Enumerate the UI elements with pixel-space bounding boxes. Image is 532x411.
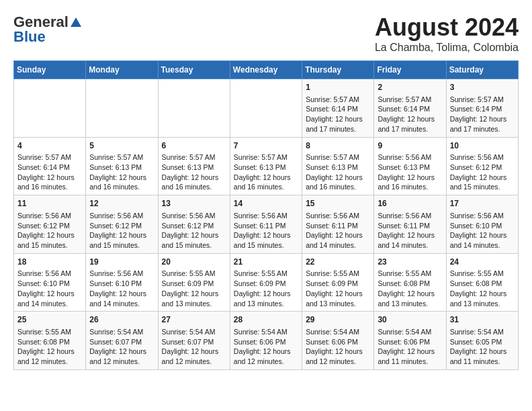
- day-detail: Sunset: 6:12 PM: [162, 221, 226, 231]
- day-detail: Sunrise: 5:57 AM: [450, 95, 515, 105]
- day-number: 19: [89, 257, 154, 268]
- day-detail: Sunrise: 5:56 AM: [450, 152, 515, 163]
- day-detail: Sunset: 6:11 PM: [234, 221, 298, 231]
- day-number: 29: [306, 314, 370, 326]
- day-detail: Sunset: 6:13 PM: [162, 163, 226, 173]
- day-detail: Sunset: 6:08 PM: [378, 279, 442, 289]
- day-detail: Sunrise: 5:54 AM: [89, 327, 154, 337]
- day-detail: Daylight: 12 hours: [378, 173, 442, 183]
- day-detail: Daylight: 12 hours: [17, 173, 82, 183]
- day-number: 17: [450, 198, 515, 210]
- day-detail: and 13 minutes.: [450, 299, 515, 309]
- day-detail: Daylight: 12 hours: [234, 289, 298, 299]
- day-detail: Sunrise: 5:55 AM: [234, 269, 298, 279]
- day-detail: and 14 minutes.: [378, 240, 442, 250]
- calendar-cell: 6Sunrise: 5:57 AMSunset: 6:13 PMDaylight…: [158, 137, 230, 195]
- location-subtitle: La Chamba, Tolima, Colombia: [375, 42, 519, 54]
- day-detail: and 12 minutes.: [17, 357, 82, 367]
- calendar-cell: [86, 79, 158, 138]
- day-number: 13: [162, 198, 226, 210]
- day-detail: Daylight: 12 hours: [234, 230, 298, 240]
- weekday-header-sunday: Sunday: [14, 61, 86, 79]
- calendar-cell: 7Sunrise: 5:57 AMSunset: 6:13 PMDaylight…: [230, 137, 302, 195]
- day-number: 31: [450, 314, 515, 326]
- day-detail: Daylight: 12 hours: [17, 230, 82, 240]
- day-detail: and 14 minutes.: [306, 240, 370, 250]
- day-detail: Sunrise: 5:54 AM: [234, 327, 298, 337]
- day-detail: Sunrise: 5:55 AM: [17, 327, 82, 337]
- day-detail: Sunrise: 5:55 AM: [306, 269, 370, 279]
- calendar-cell: 27Sunrise: 5:54 AMSunset: 6:07 PMDayligh…: [158, 312, 230, 370]
- calendar-week-row: 18Sunrise: 5:56 AMSunset: 6:10 PMDayligh…: [14, 253, 519, 312]
- day-detail: Daylight: 12 hours: [450, 230, 515, 240]
- day-detail: Sunrise: 5:56 AM: [378, 211, 442, 221]
- weekday-header-friday: Friday: [374, 61, 446, 79]
- calendar-cell: 22Sunrise: 5:55 AMSunset: 6:09 PMDayligh…: [302, 253, 374, 312]
- calendar-cell: 4Sunrise: 5:57 AMSunset: 6:14 PMDaylight…: [14, 137, 86, 195]
- day-number: 12: [89, 198, 154, 210]
- day-detail: Sunset: 6:07 PM: [162, 337, 226, 347]
- weekday-header-tuesday: Tuesday: [158, 61, 230, 79]
- day-number: 6: [162, 140, 226, 152]
- day-detail: Daylight: 12 hours: [89, 289, 154, 299]
- day-detail: Sunset: 6:08 PM: [450, 279, 515, 289]
- calendar-cell: 29Sunrise: 5:54 AMSunset: 6:06 PMDayligh…: [302, 312, 374, 370]
- day-detail: Sunset: 6:14 PM: [17, 163, 82, 173]
- day-detail: and 15 minutes.: [17, 240, 82, 250]
- calendar-cell: 26Sunrise: 5:54 AMSunset: 6:07 PMDayligh…: [86, 312, 158, 370]
- day-detail: and 16 minutes.: [234, 182, 298, 192]
- day-detail: Sunrise: 5:57 AM: [234, 152, 298, 163]
- calendar-cell: 16Sunrise: 5:56 AMSunset: 6:11 PMDayligh…: [374, 195, 446, 254]
- calendar-cell: 17Sunrise: 5:56 AMSunset: 6:10 PMDayligh…: [446, 195, 518, 254]
- calendar-cell: 10Sunrise: 5:56 AMSunset: 6:12 PMDayligh…: [446, 137, 518, 195]
- calendar-cell: 28Sunrise: 5:54 AMSunset: 6:06 PMDayligh…: [230, 312, 302, 370]
- day-detail: and 12 minutes.: [162, 357, 226, 367]
- day-detail: Sunset: 6:14 PM: [378, 104, 442, 114]
- calendar-cell: 19Sunrise: 5:56 AMSunset: 6:10 PMDayligh…: [86, 253, 158, 312]
- day-detail: Sunset: 6:10 PM: [17, 279, 82, 289]
- day-detail: and 15 minutes.: [162, 240, 226, 250]
- day-detail: and 13 minutes.: [162, 299, 226, 309]
- day-detail: Sunset: 6:10 PM: [450, 221, 515, 231]
- day-detail: Sunrise: 5:54 AM: [306, 327, 370, 337]
- calendar-cell: 8Sunrise: 5:57 AMSunset: 6:13 PMDaylight…: [302, 137, 374, 195]
- calendar-week-row: 4Sunrise: 5:57 AMSunset: 6:14 PMDaylight…: [14, 137, 519, 195]
- day-detail: Sunset: 6:11 PM: [306, 221, 370, 231]
- calendar-week-row: 1Sunrise: 5:57 AMSunset: 6:14 PMDaylight…: [14, 79, 519, 138]
- weekday-header-wednesday: Wednesday: [230, 61, 302, 79]
- day-detail: Daylight: 12 hours: [234, 173, 298, 183]
- day-detail: and 12 minutes.: [234, 357, 298, 367]
- day-detail: and 11 minutes.: [450, 357, 515, 367]
- day-detail: and 12 minutes.: [89, 357, 154, 367]
- day-detail: Sunset: 6:09 PM: [234, 279, 298, 289]
- day-detail: and 16 minutes.: [17, 182, 82, 192]
- day-detail: and 11 minutes.: [378, 357, 442, 367]
- day-number: 2: [378, 82, 442, 93]
- day-detail: and 16 minutes.: [162, 182, 226, 192]
- day-detail: Daylight: 12 hours: [162, 289, 226, 299]
- calendar-cell: 20Sunrise: 5:55 AMSunset: 6:09 PMDayligh…: [158, 253, 230, 312]
- day-number: 15: [306, 198, 370, 210]
- calendar-cell: 25Sunrise: 5:55 AMSunset: 6:08 PMDayligh…: [14, 312, 86, 370]
- day-detail: Daylight: 12 hours: [450, 289, 515, 299]
- day-detail: Sunrise: 5:57 AM: [306, 152, 370, 163]
- svg-marker-0: [71, 17, 81, 27]
- calendar-cell: [230, 79, 302, 138]
- logo-icon: [70, 16, 82, 28]
- day-number: 26: [89, 314, 154, 326]
- day-detail: Sunset: 6:12 PM: [17, 221, 82, 231]
- calendar-cell: 23Sunrise: 5:55 AMSunset: 6:08 PMDayligh…: [374, 253, 446, 312]
- month-year-title: August 2024: [375, 13, 519, 42]
- day-number: 27: [162, 314, 226, 326]
- day-detail: Sunset: 6:05 PM: [450, 337, 515, 347]
- day-detail: Daylight: 12 hours: [450, 347, 515, 357]
- day-detail: and 13 minutes.: [306, 299, 370, 309]
- day-detail: Daylight: 12 hours: [162, 173, 226, 183]
- day-detail: Sunrise: 5:56 AM: [89, 211, 154, 221]
- day-number: 11: [17, 198, 82, 210]
- day-number: 28: [234, 314, 298, 326]
- calendar-cell: 5Sunrise: 5:57 AMSunset: 6:13 PMDaylight…: [86, 137, 158, 195]
- day-detail: Sunrise: 5:56 AM: [17, 269, 82, 279]
- day-detail: Sunset: 6:06 PM: [378, 337, 442, 347]
- day-number: 21: [234, 257, 298, 268]
